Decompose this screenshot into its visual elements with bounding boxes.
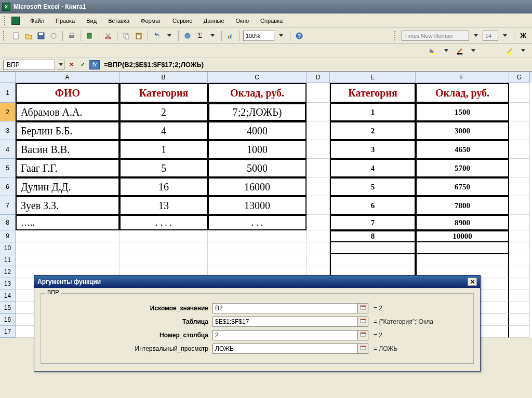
cell[interactable]: 2	[119, 103, 208, 121]
cell[interactable]	[307, 230, 330, 242]
arg-input-table-array[interactable]	[212, 317, 358, 327]
font-size-selector[interactable]: 14	[483, 31, 498, 41]
cell[interactable]: Абрамов А.А.	[16, 103, 119, 121]
cell[interactable]	[307, 121, 330, 140]
print-icon[interactable]	[66, 30, 77, 42]
cell[interactable]: 8900	[416, 215, 509, 230]
cell[interactable]	[509, 314, 530, 326]
accept-icon[interactable]: ✓	[78, 60, 87, 70]
cell[interactable]	[509, 326, 530, 338]
cell[interactable]	[509, 266, 530, 278]
cell[interactable]	[416, 254, 509, 266]
row-header[interactable]: 1	[0, 83, 16, 103]
close-icon[interactable]: ✕	[468, 278, 477, 286]
cell[interactable]: 8	[330, 230, 416, 242]
row-header[interactable]: 15	[0, 302, 16, 314]
range-picker-icon[interactable]	[358, 317, 368, 327]
cell[interactable]	[208, 242, 307, 254]
cell[interactable]: 1	[330, 103, 416, 121]
cell[interactable]: 2	[330, 121, 416, 140]
cell[interactable]	[307, 140, 330, 159]
cell[interactable]	[307, 254, 330, 266]
help-icon[interactable]: ?	[294, 30, 305, 42]
research-icon[interactable]	[84, 30, 96, 42]
cell[interactable]	[509, 254, 530, 266]
menu-help[interactable]: Справка	[255, 16, 288, 25]
line-color-icon[interactable]	[454, 45, 466, 57]
row-header[interactable]: 12	[0, 266, 16, 278]
chevron-down-icon[interactable]	[499, 30, 511, 42]
row-header[interactable]: 8	[0, 215, 16, 230]
permission-icon[interactable]	[48, 30, 59, 42]
menu-insert[interactable]: Вставка	[103, 16, 135, 25]
row-header[interactable]: 5	[0, 159, 16, 177]
cell[interactable]: 1000	[208, 140, 307, 159]
cell[interactable]: Оклад, руб.	[208, 83, 307, 103]
formula-input[interactable]: =ВПР(B2;$E$1:$F$17;2;ЛОЖЬ)	[102, 61, 204, 68]
cell[interactable]: 7	[330, 215, 416, 230]
chevron-down-icon[interactable]	[470, 30, 482, 42]
cancel-icon[interactable]: ✕	[66, 60, 76, 70]
menu-view[interactable]: Вид	[81, 16, 102, 25]
cell[interactable]: 5	[119, 159, 208, 177]
chevron-down-icon[interactable]	[275, 30, 287, 42]
cell[interactable]: 5	[330, 177, 416, 196]
row-header[interactable]: 3	[0, 121, 16, 140]
cell[interactable]: 1	[119, 140, 208, 159]
select-all-corner[interactable]	[0, 72, 16, 83]
row-header[interactable]: 13	[0, 278, 16, 290]
cell[interactable]	[307, 103, 330, 121]
cell[interactable]	[307, 83, 330, 103]
menu-file[interactable]: Файл	[25, 16, 49, 25]
hyperlink-icon[interactable]	[182, 30, 193, 42]
cell[interactable]: Зуев З.З.	[16, 196, 119, 215]
row-header[interactable]: 6	[0, 177, 16, 196]
cell[interactable]: 6	[330, 196, 416, 215]
fill-color-icon[interactable]	[427, 45, 438, 57]
row-header[interactable]: 14	[0, 290, 16, 302]
cell[interactable]: 5700	[416, 159, 509, 177]
font-selector[interactable]: Times New Roman	[402, 31, 469, 41]
cell[interactable]: 7800	[416, 196, 509, 215]
cell[interactable]	[208, 254, 307, 266]
cell[interactable]: Васин В.В.	[16, 140, 119, 159]
paste-icon[interactable]	[133, 30, 144, 42]
cell[interactable]: Гааг Г.Г.	[16, 159, 119, 177]
cell[interactable]: 4	[330, 159, 416, 177]
cell[interactable]: 6750	[416, 177, 509, 196]
name-box-dropdown[interactable]	[57, 60, 64, 70]
col-header[interactable]: D	[307, 72, 330, 83]
cell[interactable]	[509, 215, 530, 230]
arg-input-range-lookup[interactable]	[212, 344, 358, 354]
cell[interactable]	[16, 242, 119, 254]
chart-icon[interactable]	[225, 30, 236, 42]
cell[interactable]	[208, 230, 307, 242]
col-header[interactable]: B	[119, 72, 208, 83]
row-header[interactable]: 11	[0, 254, 16, 266]
new-icon[interactable]	[10, 30, 22, 42]
cell[interactable]: . . .	[208, 215, 307, 230]
fx-button[interactable]: fx	[89, 60, 100, 70]
cell[interactable]: 4	[119, 121, 208, 140]
col-header[interactable]: E	[330, 72, 416, 83]
cell[interactable]	[509, 242, 530, 254]
cell[interactable]	[509, 121, 530, 140]
cell[interactable]	[307, 177, 330, 196]
menu-window[interactable]: Окно	[231, 16, 255, 25]
cell[interactable]	[307, 242, 330, 254]
cell[interactable]	[16, 230, 119, 242]
cell[interactable]: 16	[119, 177, 208, 196]
chevron-down-icon[interactable]	[164, 30, 175, 42]
cell[interactable]: . . . .	[119, 215, 208, 230]
highlight-icon[interactable]	[504, 45, 515, 57]
name-box[interactable]: ВПР	[3, 60, 55, 70]
cell[interactable]	[509, 230, 530, 242]
col-header[interactable]: G	[509, 72, 530, 83]
cell[interactable]	[119, 254, 208, 266]
range-picker-icon[interactable]	[358, 303, 368, 313]
open-icon[interactable]	[23, 30, 34, 42]
cell[interactable]	[509, 159, 530, 177]
chevron-down-icon[interactable]	[441, 45, 452, 57]
cell[interactable]	[509, 290, 530, 302]
cell[interactable]: Дулин Д.Д.	[16, 177, 119, 196]
